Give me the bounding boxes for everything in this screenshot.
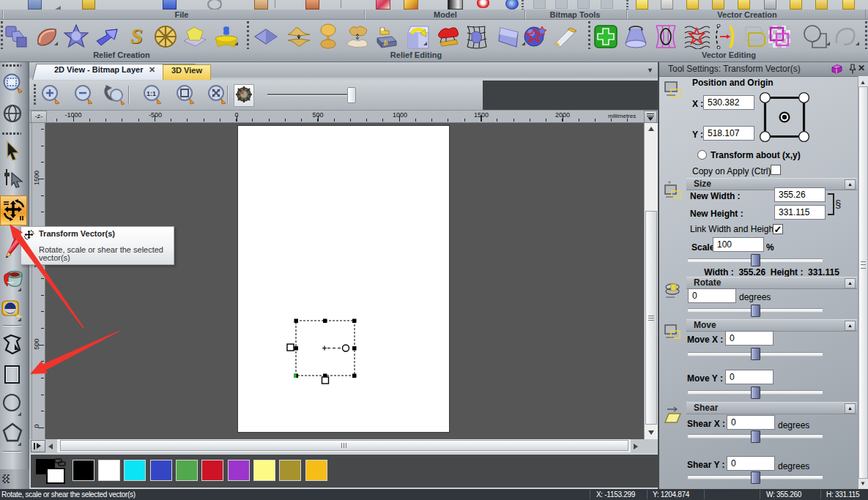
svg-text:§: § xyxy=(835,198,841,210)
svg-text:1:1: 1:1 xyxy=(146,90,156,97)
svg-text:b: b xyxy=(384,38,388,47)
